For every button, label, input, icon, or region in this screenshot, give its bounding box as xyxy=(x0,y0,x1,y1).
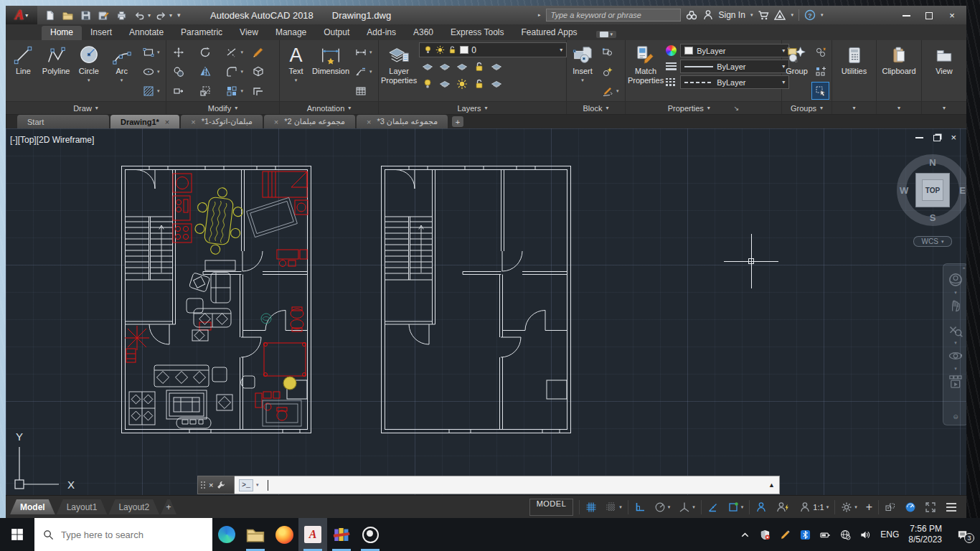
group-edit-button[interactable] xyxy=(811,43,829,61)
layer-unisolate-button[interactable] xyxy=(436,76,453,92)
action-center-button[interactable]: 3 xyxy=(951,529,973,540)
taskbar-firefox-icon[interactable] xyxy=(270,518,298,551)
language-indicator[interactable]: ENG xyxy=(880,529,899,540)
a360-icon[interactable] xyxy=(774,9,786,21)
plot-button[interactable] xyxy=(113,8,129,22)
full-navigation-wheel-icon[interactable] xyxy=(948,273,963,287)
undo-dropdown[interactable]: ▾ xyxy=(148,12,151,19)
layout2-tab[interactable]: Layout2 xyxy=(108,499,159,514)
ellipse-button[interactable] xyxy=(139,62,157,80)
showmotion-icon[interactable] xyxy=(948,375,963,389)
new-drawing-tab-button[interactable]: + xyxy=(452,116,463,127)
ribbon-tab-express[interactable]: Express Tools xyxy=(442,26,512,40)
clock[interactable]: 7:56 PM 8/5/2023 xyxy=(908,524,942,545)
insert-button[interactable]: Insert▾ xyxy=(569,42,596,101)
sign-in-button[interactable]: Sign In xyxy=(719,10,745,20)
create-block-button[interactable] xyxy=(598,43,616,61)
command-line-grip[interactable]: × xyxy=(197,476,235,494)
customization-button[interactable]: + xyxy=(862,496,877,518)
viewport-controls-label[interactable]: [-][Top][2D Wireframe] xyxy=(10,135,94,145)
open-button[interactable] xyxy=(60,8,75,22)
arc-button[interactable]: Arc▾ xyxy=(106,42,137,101)
array-button[interactable] xyxy=(223,82,241,100)
layer-unlock-button[interactable] xyxy=(471,76,488,92)
scale-button[interactable] xyxy=(197,82,215,100)
zoom-dropdown-icon[interactable]: ▾ xyxy=(954,340,957,346)
object-snap-tracking-toggle[interactable] xyxy=(703,496,723,518)
viewport-close-icon[interactable]: × xyxy=(951,134,956,141)
ribbon-tab-home[interactable]: Home xyxy=(42,26,82,40)
file-tab-4[interactable]: ×مجموعه مبلمان 2* xyxy=(264,115,355,128)
layer-match-button[interactable] xyxy=(488,76,505,92)
navbar-close-icon[interactable]: × xyxy=(962,265,966,271)
search-binoculars-icon[interactable] xyxy=(686,9,697,21)
command-customize-wrench-icon[interactable] xyxy=(217,481,225,489)
taskbar-file-explorer-icon[interactable] xyxy=(241,518,270,551)
erase-button[interactable] xyxy=(250,43,268,61)
viewcube-top-face[interactable]: TOP xyxy=(915,173,950,207)
viewport-restore-icon[interactable] xyxy=(933,135,941,141)
viewcube[interactable]: N S W E TOP WCS▾ xyxy=(892,149,966,247)
orbit-icon[interactable] xyxy=(948,349,963,363)
annotation-visibility-toggle[interactable] xyxy=(751,496,771,518)
rotate-button[interactable] xyxy=(197,43,215,61)
zoom-extents-icon[interactable] xyxy=(948,323,963,337)
leader-button[interactable] xyxy=(352,62,369,80)
taskbar-recorder-icon[interactable] xyxy=(356,518,385,551)
layers-panel-label[interactable]: Layers▾ xyxy=(379,101,566,114)
model-space-button[interactable]: MODEL xyxy=(529,499,574,516)
recent-commands-dropdown-icon[interactable]: ▾ xyxy=(256,482,259,488)
minimize-button[interactable] xyxy=(895,10,918,21)
qat-customize-button[interactable]: ▾ xyxy=(177,11,181,19)
ribbon-tab-view[interactable]: View xyxy=(231,26,267,40)
layer-make-current-button[interactable] xyxy=(488,59,505,75)
layer-freeze-button[interactable] xyxy=(453,59,471,75)
volume-icon[interactable] xyxy=(860,529,871,540)
draw-panel-label[interactable]: Draw▾ xyxy=(6,101,166,114)
block-panel-label[interactable]: Block▾ xyxy=(567,101,625,114)
explode-button[interactable] xyxy=(250,62,268,80)
layer-thaw-button[interactable] xyxy=(453,76,471,92)
orbit-dropdown-icon[interactable]: ▾ xyxy=(954,366,957,372)
signin-dropdown-icon[interactable]: ▾ xyxy=(750,12,753,18)
ribbon-tab-manage[interactable]: Manage xyxy=(267,26,315,40)
polyline-button[interactable]: Polyline xyxy=(41,42,72,101)
offset-button[interactable] xyxy=(250,82,268,100)
drawing-canvas[interactable]: [-][Top][2D Wireframe] × xyxy=(6,128,966,495)
save-as-button[interactable] xyxy=(95,8,111,22)
block-editor-button[interactable] xyxy=(598,82,616,100)
maximize-button[interactable] xyxy=(918,10,941,21)
layer-select-combo[interactable]: 0 ▾ xyxy=(419,42,567,57)
stretch-button[interactable] xyxy=(170,82,188,100)
taskbar-search-input[interactable] xyxy=(61,529,190,540)
layer-lock-button[interactable] xyxy=(471,59,488,75)
taskbar-search[interactable] xyxy=(34,518,212,551)
text-button[interactable]: AText▾ xyxy=(282,42,310,101)
undo-button[interactable] xyxy=(131,8,147,22)
command-line[interactable]: × >_ ▾ ▲ xyxy=(197,476,780,494)
modify-panel-label[interactable]: Modify▾ xyxy=(166,101,279,114)
file-tab-start[interactable]: Start xyxy=(17,115,109,128)
move-button[interactable] xyxy=(170,43,188,61)
autoscale-toggle[interactable] xyxy=(771,496,795,518)
group-add-button[interactable] xyxy=(811,62,829,80)
object-color-dropdown[interactable]: ByLayer▾ xyxy=(680,44,789,57)
circle-button[interactable]: Circle▾ xyxy=(74,42,105,101)
layer-on-button[interactable] xyxy=(419,76,436,92)
model-tab[interactable]: Model xyxy=(10,499,55,514)
help-dropdown-icon[interactable]: ▾ xyxy=(821,12,824,18)
polar-tracking-toggle[interactable]: ▾ xyxy=(650,496,675,518)
close-tab-icon[interactable]: × xyxy=(367,118,371,126)
close-tab-icon[interactable]: × xyxy=(191,118,195,126)
viewcube-compass-ring[interactable]: N S W E TOP xyxy=(897,154,966,226)
lineweight-dropdown[interactable]: ByLayer▾ xyxy=(680,60,789,73)
viewcube-east[interactable]: E xyxy=(959,185,966,196)
dimension-button[interactable]: Dimension xyxy=(312,42,349,101)
isometric-drafting-toggle[interactable]: ▾ xyxy=(674,496,699,518)
group-button[interactable]: Group xyxy=(784,42,809,101)
ortho-toggle[interactable] xyxy=(630,496,650,518)
keyword-search-input[interactable] xyxy=(546,9,681,22)
annotation-panel-label[interactable]: Annotation▾ xyxy=(280,101,378,114)
ribbon-tab-output[interactable]: Output xyxy=(315,26,358,40)
ribbon-tab-parametric[interactable]: Parametric xyxy=(172,26,231,40)
